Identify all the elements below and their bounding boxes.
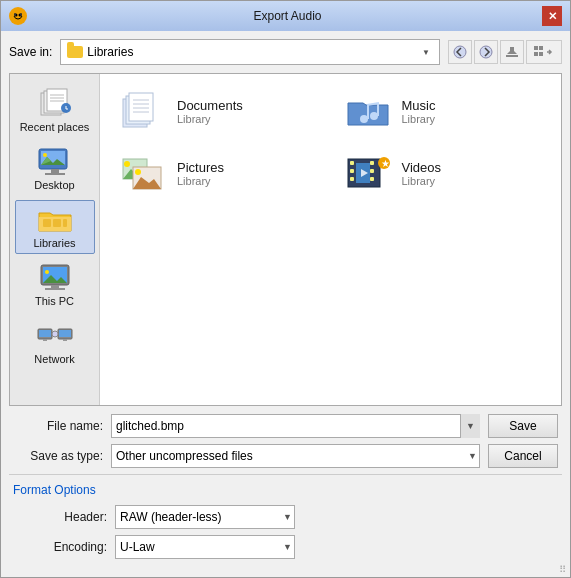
action-buttons: Save bbox=[488, 414, 558, 438]
this-pc-icon bbox=[37, 263, 73, 293]
sidebar-network-label: Network bbox=[34, 353, 74, 365]
svg-point-5 bbox=[454, 46, 466, 58]
title-bar: Export Audio ✕ bbox=[1, 1, 570, 31]
svg-rect-3 bbox=[14, 13, 16, 16]
svg-rect-28 bbox=[53, 219, 61, 227]
save-in-label: Save in: bbox=[9, 45, 52, 59]
music-type: Library bbox=[402, 113, 436, 125]
svg-rect-34 bbox=[51, 285, 59, 288]
dialog-title: Export Audio bbox=[33, 9, 542, 23]
filetype-row: Save as type: Other uncompressed files W… bbox=[9, 444, 562, 468]
close-button[interactable]: ✕ bbox=[542, 6, 562, 26]
pictures-type: Library bbox=[177, 175, 224, 187]
sidebar-desktop-label: Desktop bbox=[34, 179, 74, 191]
desktop-icon bbox=[37, 147, 73, 177]
forward-icon bbox=[479, 45, 493, 59]
svg-rect-46 bbox=[129, 93, 153, 121]
file-browser: Documents Library bbox=[100, 74, 561, 405]
svg-rect-66 bbox=[370, 161, 374, 165]
library-item-documents[interactable]: Documents Library bbox=[110, 84, 327, 138]
filename-label: File name: bbox=[13, 419, 103, 433]
svg-point-43 bbox=[52, 331, 58, 337]
save-in-dropdown[interactable]: Libraries ▼ bbox=[60, 39, 440, 65]
sidebar-item-network[interactable]: Network bbox=[15, 316, 95, 370]
svg-rect-37 bbox=[39, 330, 51, 337]
back-button[interactable] bbox=[448, 40, 472, 64]
network-icon bbox=[37, 321, 73, 351]
filename-row: File name: ▼ Save bbox=[9, 414, 562, 438]
music-name: Music bbox=[402, 98, 436, 113]
app-icon bbox=[9, 7, 27, 25]
libraries-icon bbox=[37, 205, 73, 235]
documents-library-icon bbox=[119, 91, 167, 131]
svg-point-51 bbox=[360, 115, 368, 123]
up-button[interactable] bbox=[500, 40, 524, 64]
save-button[interactable]: Save bbox=[488, 414, 558, 438]
folder-icon bbox=[67, 46, 83, 58]
svg-rect-63 bbox=[350, 161, 354, 165]
svg-rect-64 bbox=[350, 169, 354, 173]
svg-rect-40 bbox=[59, 330, 71, 337]
videos-name: Videos bbox=[402, 160, 442, 175]
svg-rect-29 bbox=[63, 219, 67, 227]
export-audio-dialog: Export Audio ✕ Save in: Libraries ▼ bbox=[0, 0, 571, 578]
library-item-videos[interactable]: ★ Videos Library bbox=[335, 146, 552, 200]
sidebar-item-recent-places[interactable]: Recent places bbox=[15, 82, 95, 138]
svg-rect-4 bbox=[20, 13, 22, 16]
filetype-select[interactable]: Other uncompressed files WAV AIFF MP3 bbox=[111, 444, 480, 468]
svg-rect-8 bbox=[506, 55, 518, 57]
encoding-label: Encoding: bbox=[17, 540, 107, 554]
svg-point-52 bbox=[370, 112, 378, 120]
documents-name: Documents bbox=[177, 98, 243, 113]
pictures-name: Pictures bbox=[177, 160, 224, 175]
toolbar-buttons bbox=[448, 40, 562, 64]
forward-button[interactable] bbox=[474, 40, 498, 64]
sidebar-item-this-pc[interactable]: This PC bbox=[15, 258, 95, 312]
resize-handle[interactable]: ⠿ bbox=[559, 564, 566, 575]
header-select[interactable]: RAW (header-less) WAV AIFF bbox=[115, 505, 295, 529]
views-icon bbox=[533, 45, 555, 59]
back-icon bbox=[453, 45, 467, 59]
cancel-button[interactable]: Cancel bbox=[488, 444, 558, 468]
sidebar-item-desktop[interactable]: Desktop bbox=[15, 142, 95, 196]
videos-type: Library bbox=[402, 175, 442, 187]
svg-rect-41 bbox=[63, 339, 67, 341]
svg-point-33 bbox=[45, 270, 49, 274]
svg-rect-67 bbox=[370, 169, 374, 173]
encoding-select[interactable]: U-Law A-Law PCM ADPCM bbox=[115, 535, 295, 559]
svg-text:★: ★ bbox=[381, 158, 390, 169]
svg-rect-27 bbox=[43, 219, 51, 227]
sidebar-recent-places-label: Recent places bbox=[20, 121, 90, 133]
encoding-row: Encoding: U-Law A-Law PCM ADPCM ▼ bbox=[13, 535, 558, 559]
filetype-label: Save as type: bbox=[13, 449, 103, 463]
music-library-icon bbox=[344, 91, 392, 131]
videos-library-icon: ★ bbox=[344, 153, 392, 193]
sidebar-item-libraries[interactable]: Libraries bbox=[15, 200, 95, 254]
sidebar-this-pc-label: This PC bbox=[35, 295, 74, 307]
svg-rect-38 bbox=[43, 339, 47, 341]
main-area: Recent places Desktop bbox=[9, 73, 562, 406]
views-button[interactable] bbox=[526, 40, 562, 64]
svg-rect-53 bbox=[367, 105, 369, 119]
svg-rect-11 bbox=[534, 52, 538, 56]
library-item-pictures[interactable]: Pictures Library bbox=[110, 146, 327, 200]
svg-rect-26 bbox=[45, 173, 65, 175]
recent-places-icon bbox=[37, 87, 73, 119]
dropdown-arrow-icon: ▼ bbox=[419, 48, 433, 57]
filename-input[interactable] bbox=[111, 414, 480, 438]
format-options-title: Format Options bbox=[13, 483, 558, 497]
documents-type: Library bbox=[177, 113, 243, 125]
sidebar: Recent places Desktop bbox=[10, 74, 100, 405]
svg-rect-9 bbox=[534, 46, 538, 50]
svg-point-58 bbox=[124, 161, 130, 167]
header-label: Header: bbox=[17, 510, 107, 524]
library-item-music[interactable]: Music Library bbox=[335, 84, 552, 138]
svg-point-61 bbox=[135, 169, 141, 175]
svg-point-24 bbox=[43, 153, 47, 157]
svg-rect-65 bbox=[350, 177, 354, 181]
dialog-content: Save in: Libraries ▼ bbox=[1, 31, 570, 577]
svg-point-0 bbox=[12, 10, 24, 22]
svg-rect-54 bbox=[377, 103, 379, 116]
svg-rect-12 bbox=[539, 52, 543, 56]
format-options-section: Format Options Header: RAW (header-less)… bbox=[9, 474, 562, 569]
